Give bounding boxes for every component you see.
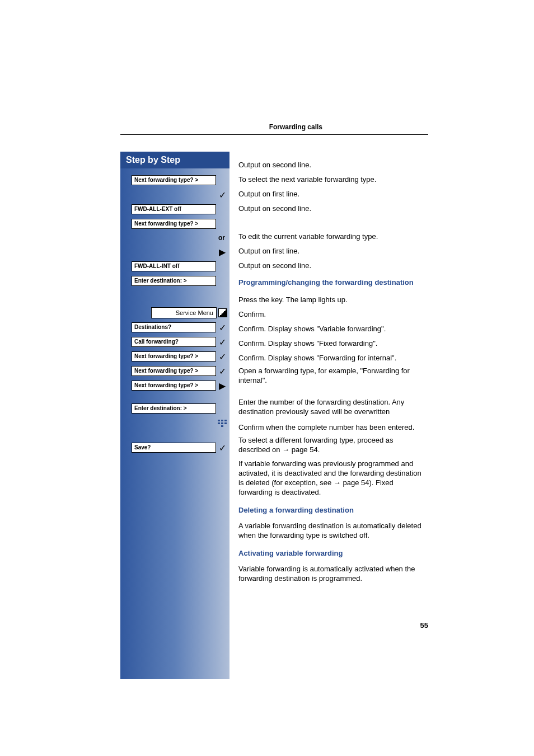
body-text: Confirm when the complete number has bee… — [238, 422, 414, 432]
check-icon: ✓ — [217, 322, 227, 333]
display-box: Next forwarding type? > — [132, 366, 216, 376]
body-text: If variable forwarding was previously pr… — [238, 459, 425, 497]
check-icon: ✓ — [217, 366, 227, 377]
check-icon: ✓ — [217, 443, 227, 453]
main-content: Output on second line. To select the nex… — [238, 152, 425, 679]
check-icon: ✓ — [217, 190, 227, 200]
step-row: Save? ✓ — [120, 440, 229, 455]
check-icon: ✓ — [217, 351, 227, 362]
lamp-icon — [218, 308, 227, 317]
display-box: Enter destination: > — [132, 403, 216, 414]
display-box: Next forwarding type? > — [132, 351, 216, 361]
step-row: Next forwarding type? > — [120, 173, 229, 187]
step-row: Enter destination: > — [120, 274, 229, 288]
body-text: Confirm. — [238, 309, 266, 319]
step-row: Next forwarding type? > ▶ — [120, 378, 229, 393]
display-box: FWD-ALL-EXT off — [132, 204, 216, 214]
body-text: Confirm. Display shows "Variable forward… — [238, 324, 386, 334]
page-reference: → page 54. — [282, 445, 320, 454]
body-text: Output on second line. — [238, 204, 311, 213]
display-box: Next forwarding type? > — [132, 381, 216, 391]
svg-rect-6 — [221, 425, 223, 427]
svg-rect-3 — [218, 422, 220, 424]
body-text: Output on second line. — [238, 261, 311, 270]
page-reference: → page 54 — [334, 478, 369, 487]
display-box: Call forwarding? — [132, 337, 216, 347]
subheading: Programming/changing the forwarding dest… — [238, 278, 425, 287]
header-title: Forwarding calls — [269, 123, 322, 131]
body-text: A variable forwarding destination is aut… — [238, 521, 425, 540]
service-menu-box: Service Menu — [151, 307, 217, 318]
svg-rect-0 — [218, 420, 220, 421]
body-text: Enter the number of the forwarding desti… — [238, 397, 425, 416]
subheading: Activating variable forwarding — [238, 549, 425, 557]
step-row: Service Menu — [120, 306, 229, 320]
body-text: Press the key. The lamp lights up. — [238, 295, 348, 304]
body-text: Confirm. Display shows "Forwarding for i… — [238, 353, 396, 363]
svg-rect-5 — [224, 422, 227, 424]
display-box: Enter destination: > — [132, 276, 216, 286]
play-icon: ▶ — [217, 247, 227, 257]
body-text: Open a forwarding type, for example, "Fo… — [238, 366, 425, 385]
step-row — [120, 416, 229, 434]
body-text: Output on first line. — [238, 246, 299, 256]
step-row: Destinations? ✓ — [120, 320, 229, 335]
subheading: Deleting a forwarding destination — [238, 506, 425, 514]
body-text: Output on first line. — [238, 189, 299, 199]
svg-rect-4 — [221, 422, 223, 424]
or-label: or — [120, 231, 229, 245]
body-text: Output on second line. — [238, 160, 311, 170]
svg-rect-1 — [221, 420, 223, 421]
display-box: Destinations? — [132, 322, 216, 332]
step-row: FWD-ALL-INT off — [120, 259, 229, 274]
step-row: ▶ — [120, 245, 229, 259]
step-row: Call forwarding? ✓ — [120, 335, 229, 349]
step-by-step-sidebar: Step by Step Next forwarding type? > ✓ F… — [120, 152, 229, 679]
body-text: Confirm. Display shows "Fixed forwarding… — [238, 339, 377, 348]
svg-rect-2 — [224, 420, 227, 421]
body-text: To select the next variable forwarding t… — [238, 175, 376, 184]
play-icon: ▶ — [217, 381, 227, 391]
body-text: To select a different forwarding type, p… — [238, 435, 425, 454]
page-number: 55 — [420, 621, 428, 630]
sidebar-title: Step by Step — [120, 152, 229, 168]
display-box: Next forwarding type? > — [132, 175, 216, 185]
step-row: FWD-ALL-EXT off — [120, 202, 229, 217]
page-header: Forwarding calls — [120, 0, 428, 135]
step-row: Enter destination: > — [120, 401, 229, 416]
step-row: Next forwarding type? > ✓ — [120, 364, 229, 378]
step-row: ✓ — [120, 187, 229, 202]
display-box: Next forwarding type? > — [132, 219, 216, 229]
step-row: Next forwarding type? > — [120, 217, 229, 231]
display-box: Save? — [132, 443, 216, 453]
display-box: FWD-ALL-INT off — [132, 261, 216, 271]
step-row: Next forwarding type? > ✓ — [120, 349, 229, 364]
check-icon: ✓ — [217, 337, 227, 348]
body-text: To edit the current variable forwarding … — [238, 232, 378, 241]
body-text: Variable forwarding is automatically act… — [238, 564, 425, 583]
keypad-icon — [217, 420, 227, 430]
